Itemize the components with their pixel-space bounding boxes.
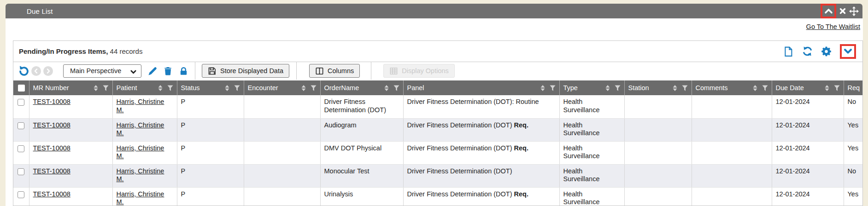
row-select-cell (13, 141, 29, 164)
sort-icon[interactable] (605, 85, 610, 92)
close-icon[interactable] (839, 8, 846, 14)
sort-icon[interactable] (752, 85, 758, 92)
expand-down-icon[interactable] (843, 46, 853, 56)
header-status[interactable]: Status (177, 80, 244, 95)
mr-number-link[interactable]: TEST-10008 (33, 144, 70, 152)
req-cell: No (844, 95, 863, 118)
row-checkbox[interactable] (18, 122, 24, 129)
type-cell: Health Surveillance (559, 164, 624, 187)
columns-button[interactable]: Columns (309, 64, 360, 78)
header-due-date[interactable]: Due Date (772, 80, 844, 95)
patient-link[interactable]: Harris, Christine M. (117, 144, 164, 160)
panel-cell: Driver Fitness Determination (DOT)Req. (403, 141, 559, 164)
refresh-icon[interactable] (802, 46, 813, 57)
req-cell: Yes (844, 141, 863, 164)
chevron-down-icon (130, 69, 137, 75)
header-station[interactable]: Station (624, 80, 692, 95)
encounter-cell (244, 141, 320, 164)
due-list-table: MR Number Patient Status Encounter Order… (13, 80, 863, 206)
header-label: Req (848, 84, 860, 92)
sort-icon[interactable] (824, 85, 830, 92)
edit-pencil-icon[interactable] (147, 66, 157, 76)
table-row: TEST-10008 Harris, Christine M. P Audiog… (13, 118, 863, 141)
sort-icon[interactable] (384, 85, 389, 92)
mr-number-link[interactable]: TEST-10008 (33, 121, 70, 129)
panel-req-flag: Req. (514, 144, 528, 152)
sort-icon[interactable] (301, 85, 306, 92)
header-encounter[interactable]: Encounter (244, 80, 320, 95)
new-document-icon[interactable] (783, 46, 794, 57)
patient-link[interactable]: Harris, Christine M. (117, 167, 164, 183)
header-label: Type (563, 84, 578, 92)
header-comments[interactable]: Comments (692, 80, 772, 95)
store-button-label: Store Displayed Data (220, 67, 283, 74)
table-row: TEST-10008 Harris, Christine M. P Driver… (13, 95, 863, 118)
panel-header: Pending/In Progress Items, 44 records (13, 41, 862, 62)
filter-icon[interactable] (311, 85, 317, 91)
status-cell: P (177, 95, 244, 118)
patient-link[interactable]: Harris, Christine M. (117, 121, 164, 137)
filter-icon[interactable] (167, 85, 173, 91)
sort-icon[interactable] (540, 85, 545, 92)
delete-trash-icon[interactable] (163, 66, 173, 76)
filter-icon[interactable] (103, 85, 109, 91)
record-count: 44 records (110, 47, 143, 55)
row-checkbox[interactable] (18, 99, 24, 106)
panel-cell: Driver Fitness Determination (DOT)Req. (403, 118, 559, 141)
perspective-select[interactable]: Main Perspective (63, 64, 141, 78)
due-list-titlebar: Due List (6, 4, 862, 18)
filter-icon[interactable] (550, 85, 556, 91)
window-controls (821, 4, 859, 18)
header-panel[interactable]: Panel (403, 80, 559, 95)
patient-link[interactable]: Harris, Christine M. (117, 98, 164, 114)
ordername-cell: Audiogram (320, 118, 403, 141)
station-cell (624, 118, 692, 141)
next-perspective-button[interactable] (43, 66, 53, 76)
row-checkbox[interactable] (18, 191, 24, 198)
mr-number-link[interactable]: TEST-10008 (33, 190, 70, 198)
filter-icon[interactable] (834, 85, 840, 91)
columns-icon (315, 67, 324, 75)
lock-icon[interactable] (179, 66, 188, 76)
panel-cell: Driver Fitness Determination (DOT) (403, 164, 559, 187)
due-date-cell: 12-01-2024 (772, 118, 844, 141)
status-cell: P (177, 141, 244, 164)
mr-number-link[interactable]: TEST-10008 (33, 167, 70, 175)
undo-icon[interactable] (18, 65, 29, 76)
row-checkbox[interactable] (18, 168, 24, 175)
filter-icon[interactable] (234, 85, 240, 91)
settings-gear-icon[interactable] (821, 46, 832, 57)
header-mr-number[interactable]: MR Number (29, 80, 112, 95)
sort-icon[interactable] (93, 85, 99, 92)
header-patient[interactable]: Patient (112, 80, 177, 95)
ordername-cell: Monocular Test (320, 164, 403, 187)
sort-icon[interactable] (672, 85, 678, 92)
mr-number-link[interactable]: TEST-10008 (33, 98, 70, 105)
table-row: TEST-10008 Harris, Christine M. P Monocu… (13, 164, 863, 187)
table-row: TEST-10008 Harris, Christine M. P DMV DO… (13, 141, 863, 164)
req-cell: No (844, 164, 863, 187)
prev-perspective-button[interactable] (31, 66, 41, 76)
sort-icon[interactable] (224, 85, 230, 92)
go-to-waitlist-link[interactable]: Go To The Waitlist (806, 23, 860, 30)
filter-icon[interactable] (682, 85, 688, 91)
select-all-checkbox[interactable] (18, 85, 25, 92)
due-list-panel: Pending/In Progress Items, 44 records Ma… (13, 40, 863, 206)
toolbar-divider (371, 62, 371, 80)
patient-link[interactable]: Harris, Christine M. (117, 190, 164, 206)
filter-icon[interactable] (615, 85, 621, 91)
collapse-up-icon[interactable] (824, 6, 833, 16)
filter-icon[interactable] (762, 85, 768, 91)
header-ordername[interactable]: OrderName (320, 80, 403, 95)
sort-icon[interactable] (158, 85, 163, 92)
filter-icon[interactable] (393, 85, 399, 91)
row-checkbox[interactable] (18, 145, 24, 152)
store-displayed-data-button[interactable]: Store Displayed Data (202, 64, 289, 78)
move-icon[interactable] (849, 6, 859, 16)
station-cell (624, 95, 692, 118)
header-label: Patient (117, 84, 137, 92)
due-date-cell: 12-01-2024 (772, 95, 844, 118)
header-req[interactable]: Req (844, 80, 863, 95)
select-all-header (13, 80, 29, 95)
header-type[interactable]: Type (559, 80, 624, 95)
